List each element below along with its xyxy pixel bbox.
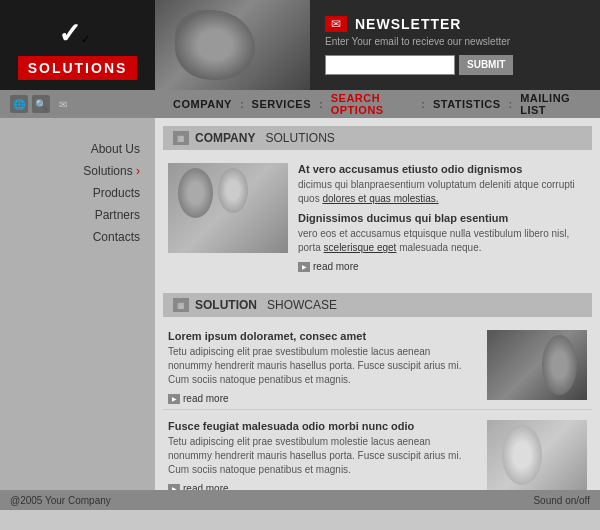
showcase2-read-more[interactable]: ▶ read more xyxy=(168,483,477,490)
showcase1-body: Tetu adipiscing elit prae svestibulum mo… xyxy=(168,345,477,387)
person-photo xyxy=(155,0,310,90)
showcase-image-2 xyxy=(487,420,587,490)
company-section-normal: SOLUTIONS xyxy=(265,131,334,145)
company-section: ▦ COMPANY SOLUTIONS At vero accusamus et… xyxy=(155,118,600,285)
nav-icon-group: 🌐 🔍 ✉ xyxy=(0,95,155,113)
nav-search-options[interactable]: SEARCH OPTIONS xyxy=(323,92,422,116)
newsletter-area: NEWSLETTER Enter Your email to recieve o… xyxy=(310,0,600,90)
article2-title: Dignissimos ducimus qui blap esentium xyxy=(298,212,587,224)
showcase1-read-more-label: read more xyxy=(183,393,229,404)
logo-text: SOLUTIONS xyxy=(28,60,128,76)
newsletter-form: SUBMIT xyxy=(325,55,513,75)
nav-services[interactable]: SERVICES xyxy=(244,98,319,110)
showcase-section-bold: SOLUTION xyxy=(195,298,257,312)
article2-body2-text: malesuada neque. xyxy=(399,242,481,253)
content-area: ▦ COMPANY SOLUTIONS At vero accusamus et… xyxy=(155,118,600,490)
showcase-text-2: Fusce feugiat malesuada odio morbi nunc … xyxy=(168,420,477,490)
sidebar-item-solutions[interactable]: Solutions xyxy=(0,160,155,182)
header: ✓ SOLUTIONS NEWSLETTER Enter Your email … xyxy=(0,0,600,90)
mail-nav-icon[interactable]: ✉ xyxy=(54,95,72,113)
company-read-more[interactable]: ▶ read more xyxy=(298,261,587,272)
showcase2-title: Fusce feugiat malesuada odio morbi nunc … xyxy=(168,420,477,432)
showcase2-read-more-icon: ▶ xyxy=(168,484,180,491)
company-section-header: ▦ COMPANY SOLUTIONS xyxy=(163,126,592,150)
sidebar-item-products[interactable]: Products xyxy=(0,182,155,204)
article2-link[interactable]: scelerisque eget xyxy=(324,242,397,253)
showcase1-read-more[interactable]: ▶ read more xyxy=(168,393,477,404)
showcase-text-1: Lorem ipsum doloramet, consec amet Tetu … xyxy=(168,330,477,404)
article1-title: At vero accusamus etiusto odio dignismos xyxy=(298,163,587,175)
footer: @2005 Your Company Sound on/off xyxy=(0,490,600,510)
nav-statistics[interactable]: STATISTICS xyxy=(425,98,509,110)
showcase-section-normal: SHOWCASE xyxy=(267,298,337,312)
navbar: 🌐 🔍 ✉ COMPANY : SERVICES : SEARCH OPTION… xyxy=(0,90,600,118)
company-section-bold: COMPANY xyxy=(195,131,255,145)
company-text: At vero accusamus etiusto odio dignismos… xyxy=(298,163,587,272)
header-person-image xyxy=(155,0,310,90)
globe-icon[interactable]: 🌐 xyxy=(10,95,28,113)
showcase-section-header: ▦ SOLUTION SHOWCASE xyxy=(163,293,592,317)
showcase-item-1: Lorem ipsum doloramet, consec amet Tetu … xyxy=(163,325,592,410)
showcase2-read-more-label: read more xyxy=(183,483,229,490)
newsletter-title: NEWSLETTER xyxy=(355,16,461,32)
search-nav-icon[interactable]: 🔍 xyxy=(32,95,50,113)
read-more-icon: ▶ xyxy=(298,262,310,272)
footer-copyright: @2005 Your Company xyxy=(10,495,111,506)
company-read-more-label: read more xyxy=(313,261,359,272)
company-content: At vero accusamus etiusto odio dignismos… xyxy=(163,158,592,277)
showcase-image-1 xyxy=(487,330,587,400)
logo-area: ✓ SOLUTIONS xyxy=(0,0,155,90)
sidebar-item-about-us[interactable]: About Us xyxy=(0,138,155,160)
footer-sound-toggle[interactable]: Sound on/off xyxy=(533,495,590,506)
newsletter-subtitle: Enter Your email to recieve our newslett… xyxy=(325,36,510,47)
article1-body: dicimus qui blanpraesentium voluptatum d… xyxy=(298,178,587,206)
sidebar-item-partners[interactable]: Partners xyxy=(0,204,155,226)
newsletter-email-input[interactable] xyxy=(325,55,455,75)
showcase1-title: Lorem ipsum doloramet, consec amet xyxy=(168,330,477,342)
company-section-icon: ▦ xyxy=(173,131,189,145)
newsletter-title-row: NEWSLETTER xyxy=(325,16,461,32)
showcase-section-icon: ▦ xyxy=(173,298,189,312)
showcase-section: ▦ SOLUTION SHOWCASE Lorem ipsum dolorame… xyxy=(155,285,600,490)
sidebar-item-contacts[interactable]: Contacts xyxy=(0,226,155,248)
article2-body: vero eos et accusamus etquisque nulla ve… xyxy=(298,227,587,255)
main-content: About Us Solutions Products Partners Con… xyxy=(0,118,600,490)
company-image xyxy=(168,163,288,253)
showcase2-body: Tetu adipiscing elit prae svestibulum mo… xyxy=(168,435,477,477)
article1-link[interactable]: dolores et quas molestias. xyxy=(322,193,438,204)
nav-links: COMPANY : SERVICES : SEARCH OPTIONS : ST… xyxy=(155,92,600,116)
showcase1-read-more-icon: ▶ xyxy=(168,394,180,404)
envelope-icon xyxy=(325,16,347,32)
nav-mailing-list[interactable]: MAILING LIST xyxy=(512,92,590,116)
sidebar: About Us Solutions Products Partners Con… xyxy=(0,118,155,490)
showcase-item-2: Fusce feugiat malesuada odio morbi nunc … xyxy=(163,415,592,490)
newsletter-submit-button[interactable]: SUBMIT xyxy=(459,55,513,75)
logo: SOLUTIONS xyxy=(18,56,138,80)
nav-company[interactable]: COMPANY xyxy=(165,98,240,110)
checkmark-icon: ✓ xyxy=(58,17,98,52)
